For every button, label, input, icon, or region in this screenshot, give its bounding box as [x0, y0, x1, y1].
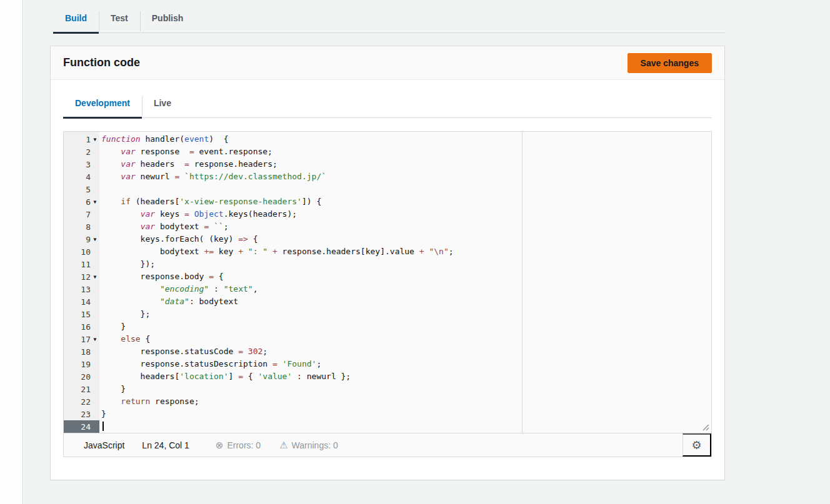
code-line[interactable]: [101, 420, 522, 433]
fold-arrow-icon[interactable]: ▼: [91, 274, 99, 280]
code-lines: function handler(event) { var response =…: [99, 132, 522, 433]
gutter-row[interactable]: 14: [64, 295, 99, 308]
code-editor: 1▼23456▼789▼101112▼1314151617▼1819202122…: [63, 131, 712, 457]
tab-test[interactable]: Test: [99, 12, 140, 32]
fold-arrow-icon[interactable]: ▼: [91, 337, 99, 342]
gutter-row[interactable]: 22: [64, 395, 99, 408]
line-number-gutter: 1▼23456▼789▼101112▼1314151617▼1819202122…: [64, 132, 99, 433]
code-line[interactable]: var bodytext = ``;: [101, 220, 522, 233]
left-gutter-strip: [0, 0, 23, 504]
code-line[interactable]: };: [101, 308, 522, 320]
code-line[interactable]: }: [101, 320, 522, 333]
warning-triangle-icon: ⚠: [279, 440, 288, 450]
gutter-row[interactable]: 17▼: [64, 333, 99, 345]
code-line[interactable]: if (headers['x-view-response-headers']) …: [101, 195, 522, 208]
code-line[interactable]: bodytext += key + ": " + response.header…: [101, 245, 522, 258]
gutter-row[interactable]: 23: [64, 408, 99, 420]
gutter-row[interactable]: 12▼: [64, 270, 99, 283]
gutter-row[interactable]: 8: [64, 220, 99, 233]
code-line[interactable]: });: [101, 258, 522, 270]
gutter-row[interactable]: 6▼: [64, 195, 99, 208]
resize-handle-icon[interactable]: [701, 423, 709, 431]
code-line[interactable]: "data": bodytext: [101, 295, 522, 308]
code-line[interactable]: headers['location'] = { 'value' : newurl…: [101, 370, 522, 383]
fold-arrow-icon[interactable]: ▼: [91, 237, 99, 242]
code-line[interactable]: var response = event.response;: [101, 146, 522, 158]
fold-arrow-icon[interactable]: ▼: [91, 137, 99, 142]
gutter-row[interactable]: 19: [64, 358, 99, 370]
panel-header: Function code Save changes: [51, 46, 724, 80]
panel-body: Development Live 1▼23456▼789▼101112▼1314…: [51, 97, 724, 480]
tab-build[interactable]: Build: [53, 12, 99, 32]
gutter-row[interactable]: 10: [64, 245, 99, 258]
cursor-position-label: Ln 24, Col 1: [142, 440, 189, 450]
code-line[interactable]: response.body = {: [101, 270, 522, 283]
page-tab-bar: Build Test Publish: [53, 0, 725, 33]
gutter-row[interactable]: 7: [64, 208, 99, 220]
gutter-row[interactable]: 9▼: [64, 233, 99, 245]
language-label: JavaScript: [84, 440, 124, 450]
tab-development[interactable]: Development: [63, 97, 142, 117]
page: Build Test Publish Function code Save ch…: [0, 0, 830, 504]
code-line[interactable]: var newurl = `https://dev.classmethod.jp…: [101, 170, 522, 183]
code-line[interactable]: var keys = Object.keys(headers);: [101, 208, 522, 220]
gutter-row[interactable]: 2: [64, 146, 99, 158]
fold-arrow-icon[interactable]: ▼: [91, 199, 99, 205]
gutter-row[interactable]: 16: [64, 320, 99, 333]
panel-title: Function code: [63, 56, 140, 69]
gutter-row[interactable]: 4: [64, 170, 99, 183]
gutter-row[interactable]: 24: [64, 420, 99, 433]
gutter-row[interactable]: 1▼: [64, 133, 99, 146]
gutter-row[interactable]: 18: [64, 345, 99, 358]
code-line[interactable]: return response;: [101, 395, 522, 408]
save-changes-button[interactable]: Save changes: [628, 53, 712, 73]
main-content: Build Test Publish Function code Save ch…: [24, 0, 830, 504]
gear-icon: ⚙: [691, 438, 701, 452]
gutter-row[interactable]: 3: [64, 158, 99, 170]
errors-status: ⊗ Errors: 0: [216, 440, 261, 450]
code-line[interactable]: keys.forEach( (key) => {: [101, 233, 522, 245]
code-line[interactable]: [101, 183, 522, 195]
warnings-label: Warnings: 0: [292, 440, 338, 450]
gutter-row[interactable]: 11: [64, 258, 99, 270]
editor-tab-bar: Development Live: [63, 97, 712, 118]
tab-live[interactable]: Live: [142, 97, 183, 117]
editor-settings-button[interactable]: ⚙: [682, 433, 711, 457]
circle-x-icon: ⊗: [216, 440, 224, 450]
code-editor-area[interactable]: 1▼23456▼789▼101112▼1314151617▼1819202122…: [64, 132, 711, 433]
code-line[interactable]: var headers = response.headers;: [101, 158, 522, 170]
gutter-row[interactable]: 5: [64, 183, 99, 195]
gutter-row[interactable]: 15: [64, 308, 99, 320]
code-line[interactable]: response.statusDescription = 'Found';: [101, 358, 522, 370]
code-line[interactable]: function handler(event) {: [101, 133, 522, 146]
tab-publish[interactable]: Publish: [140, 12, 196, 32]
code-line[interactable]: }: [101, 383, 522, 395]
gutter-row[interactable]: 21: [64, 383, 99, 395]
function-code-panel: Function code Save changes Development L…: [50, 46, 725, 480]
errors-label: Errors: 0: [227, 440, 261, 450]
code-line[interactable]: response.statusCode = 302;: [101, 345, 522, 358]
gutter-row[interactable]: 20: [64, 370, 99, 383]
warnings-status: ⚠ Warnings: 0: [279, 440, 338, 450]
editor-status-bar: JavaScript Ln 24, Col 1 ⊗ Errors: 0 ⚠ Wa…: [64, 433, 711, 457]
code-line[interactable]: }: [101, 408, 522, 420]
editor-right-pane: [522, 132, 711, 433]
code-line[interactable]: "encoding" : "text",: [101, 283, 522, 295]
gutter-row[interactable]: 13: [64, 283, 99, 295]
code-line[interactable]: else {: [101, 333, 522, 345]
